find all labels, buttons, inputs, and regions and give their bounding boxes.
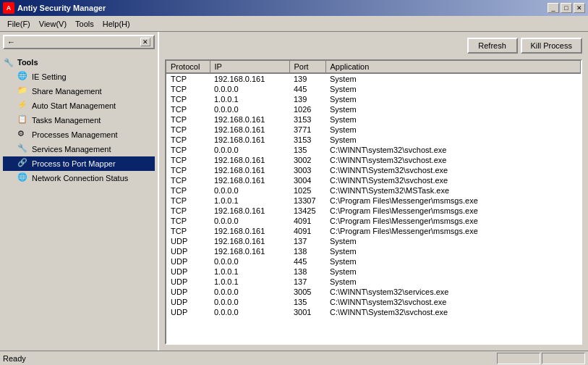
- auto-start-icon: ⚡: [17, 100, 29, 112]
- sidebar-item-services-management[interactable]: 🔧 Services Management: [3, 142, 155, 156]
- cell-port: 1026: [289, 104, 325, 114]
- cell-protocol: TCP: [166, 145, 210, 155]
- table-row[interactable]: TCP192.168.0.1614091C:\Program Files\Mes…: [166, 226, 581, 236]
- cell-protocol: TCP: [166, 185, 210, 196]
- cell-protocol: TCP: [166, 155, 210, 165]
- close-button[interactable]: ✕: [574, 3, 585, 13]
- cell-application: System: [325, 135, 581, 145]
- cell-protocol: UDP: [166, 297, 210, 307]
- cell-application: System: [325, 267, 581, 277]
- cell-application: C:\WINNT\system32\svchost.exe: [325, 155, 581, 165]
- cell-port: 3004: [289, 175, 325, 185]
- sidebar-item-ie-setting[interactable]: 🌐 IE Setting: [3, 70, 155, 84]
- table-row[interactable]: UDP0.0.0.0445System: [166, 256, 581, 267]
- table-row[interactable]: TCP1.0.0.1139System: [166, 94, 581, 104]
- col-ip: IP: [210, 61, 289, 73]
- services-label: Services Management: [32, 145, 111, 154]
- table-row[interactable]: TCP192.168.0.1613153System: [166, 114, 581, 125]
- panel-close-button[interactable]: ✕: [140, 38, 150, 46]
- cell-protocol: TCP: [166, 165, 210, 175]
- cell-port: 139: [289, 74, 325, 84]
- cell-ip: 1.0.0.1: [210, 196, 289, 206]
- table-row[interactable]: UDP0.0.0.03005C:\WINNT\system32\services…: [166, 287, 581, 297]
- table-row[interactable]: UDP0.0.0.03001C:\WINNT\System32\svchost.…: [166, 307, 581, 317]
- cell-application: C:\WINNT\system32\svchost.exe: [325, 297, 581, 307]
- cell-port: 4091: [289, 226, 325, 236]
- status-panes: [497, 353, 585, 364]
- cell-application: C:\WINNT\system32\svchost.exe: [325, 145, 581, 155]
- services-icon: 🔧: [17, 143, 29, 155]
- table-row[interactable]: TCP0.0.0.0135C:\WINNT\system32\svchost.e…: [166, 145, 581, 155]
- cell-ip: 192.168.0.161: [210, 125, 289, 135]
- sidebar-item-tasks-management[interactable]: 📋 Tasks Management: [3, 113, 155, 127]
- cell-ip: 0.0.0.0: [210, 287, 289, 297]
- table-row[interactable]: TCP192.168.0.1613003C:\WINNT\System32\sv…: [166, 165, 581, 175]
- table-row[interactable]: UDP0.0.0.0135C:\WINNT\system32\svchost.e…: [166, 297, 581, 307]
- sidebar-item-share-management[interactable]: 📁 Share Management: [3, 84, 155, 98]
- cell-protocol: UDP: [166, 307, 210, 317]
- table-row[interactable]: UDP192.168.0.161138System: [166, 246, 581, 256]
- table-row[interactable]: TCP0.0.0.01025C:\WINNT\System32\MSTask.e…: [166, 185, 581, 196]
- cell-ip: 0.0.0.0: [210, 185, 289, 196]
- cell-port: 138: [289, 246, 325, 256]
- cell-ip: 0.0.0.0: [210, 216, 289, 226]
- kill-process-button[interactable]: Kill Process: [521, 38, 582, 54]
- cell-port: 3002: [289, 155, 325, 165]
- table-row[interactable]: TCP0.0.0.0445System: [166, 84, 581, 94]
- table-row[interactable]: TCP192.168.0.16113425C:\Program Files\Me…: [166, 206, 581, 216]
- table-row[interactable]: TCP192.168.0.1613771System: [166, 125, 581, 135]
- table-row[interactable]: TCP192.168.0.1613004C:\WINNT\System32\sv…: [166, 175, 581, 185]
- minimize-button[interactable]: _: [547, 3, 559, 13]
- cell-application: C:\WINNT\System32\MSTask.exe: [325, 185, 581, 196]
- table-row[interactable]: UDP192.168.0.161137System: [166, 236, 581, 246]
- cell-application: C:\Program Files\Messenger\msmsgs.exe: [325, 216, 581, 226]
- cell-ip: 0.0.0.0: [210, 307, 289, 317]
- col-port: Port: [289, 61, 325, 73]
- table-row[interactable]: TCP1.0.0.113307C:\Program Files\Messenge…: [166, 196, 581, 206]
- maximize-button[interactable]: □: [561, 3, 572, 13]
- cell-application: System: [325, 74, 581, 84]
- tree-root[interactable]: 🔧 Tools: [3, 55, 155, 70]
- share-icon: 📁: [17, 85, 29, 97]
- tree-view: 🔧 Tools 🌐 IE Setting 📁 Share Management …: [0, 52, 158, 351]
- cell-protocol: TCP: [166, 84, 210, 94]
- sidebar-item-process-to-port[interactable]: 🔗 Process to Port Mapper: [3, 156, 155, 171]
- col-protocol: Protocol: [166, 61, 210, 73]
- sidebar-item-auto-start[interactable]: ⚡ Auto Start Management: [3, 98, 155, 113]
- menu-view[interactable]: View(V): [35, 18, 71, 30]
- app-icon: A: [3, 2, 14, 14]
- table-row[interactable]: TCP0.0.0.01026System: [166, 104, 581, 114]
- table-row[interactable]: TCP0.0.0.04091C:\Program Files\Messenger…: [166, 216, 581, 226]
- cell-protocol: TCP: [166, 94, 210, 104]
- cell-port: 137: [289, 277, 325, 287]
- table-row[interactable]: TCP192.168.0.1613002C:\WINNT\system32\sv…: [166, 155, 581, 165]
- cell-port: 445: [289, 84, 325, 94]
- cell-protocol: TCP: [166, 104, 210, 114]
- ie-setting-icon: 🌐: [17, 71, 29, 83]
- table-row[interactable]: UDP1.0.0.1137System: [166, 277, 581, 287]
- cell-ip: 0.0.0.0: [210, 104, 289, 114]
- cell-ip: 192.168.0.161: [210, 246, 289, 256]
- sidebar-item-processes-management[interactable]: ⚙ Processes Management: [3, 127, 155, 142]
- table-row[interactable]: UDP1.0.0.1138System: [166, 267, 581, 277]
- menu-file[interactable]: File(F): [3, 18, 35, 30]
- cell-ip: 0.0.0.0: [210, 297, 289, 307]
- cell-ip: 192.168.0.161: [210, 74, 289, 84]
- cell-port: 3003: [289, 165, 325, 175]
- cell-protocol: TCP: [166, 206, 210, 216]
- table-row[interactable]: TCP192.168.0.161139System: [166, 74, 581, 84]
- cell-application: System: [325, 114, 581, 125]
- cell-ip: 1.0.0.1: [210, 277, 289, 287]
- share-label: Share Management: [32, 87, 102, 96]
- table-row[interactable]: TCP192.168.0.1613153System: [166, 135, 581, 145]
- menu-help[interactable]: Help(H): [98, 18, 135, 30]
- menu-tools[interactable]: Tools: [71, 18, 98, 30]
- sidebar-item-network-status[interactable]: 🌐 Network Connection Status: [3, 171, 155, 185]
- cell-ip: 192.168.0.161: [210, 165, 289, 175]
- ie-setting-label: IE Setting: [32, 72, 67, 81]
- table-scroll-area[interactable]: TCP192.168.0.161139SystemTCP0.0.0.0445Sy…: [166, 74, 581, 343]
- left-panel: ← ✕ 🔧 Tools 🌐 IE Setting 📁 Share Managem…: [0, 32, 159, 351]
- toolbar: Refresh Kill Process: [165, 38, 582, 54]
- cell-port: 137: [289, 236, 325, 246]
- refresh-button[interactable]: Refresh: [467, 38, 518, 54]
